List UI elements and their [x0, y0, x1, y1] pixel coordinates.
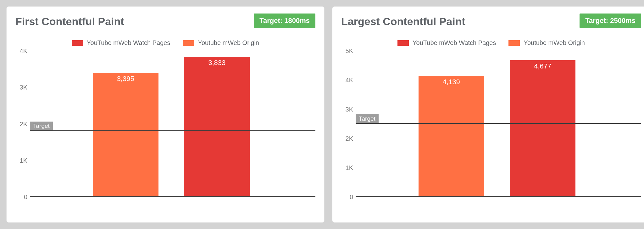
y-tick: 0: [350, 194, 353, 201]
legend: YouTube mWeb Watch Pages Youtube mWeb Or…: [15, 39, 315, 46]
card-header: Largest Contentful Paint Target: 2500ms: [341, 13, 641, 28]
target-tag: Target: [356, 114, 379, 123]
bar-watch: 4,677: [510, 60, 575, 196]
plot-area: 0 1K 2K 3K 4K 5K 4,139 4,677 Target: [341, 51, 641, 197]
bar-value-label: 4,677: [510, 62, 575, 70]
y-tick: 2K: [346, 135, 353, 142]
y-tick: 1K: [20, 157, 27, 164]
y-tick: 5K: [346, 47, 353, 55]
y-tick: 4K: [346, 77, 353, 84]
bar-watch: 3,833: [184, 57, 250, 196]
target-badge: Target: 2500ms: [580, 14, 641, 28]
legend-swatch-icon: [183, 40, 194, 46]
bar-value-label: 4,139: [419, 78, 484, 86]
y-tick: 2K: [20, 120, 27, 128]
bar-origin: 3,395: [93, 73, 158, 196]
y-tick: 4K: [20, 47, 27, 55]
legend-swatch-icon: [72, 40, 83, 46]
plot-area: 0 1K 2K 3K 4K 3,395 3,833 Target: [15, 51, 315, 197]
bar-origin: 4,139: [419, 76, 484, 196]
bar-value-label: 3,833: [184, 59, 250, 67]
legend-item: YouTube mWeb Watch Pages: [397, 39, 496, 46]
legend-swatch-icon: [397, 40, 409, 46]
plot: 3,395 3,833 Target: [30, 51, 315, 197]
y-tick: 3K: [20, 84, 27, 91]
legend-item: YouTube mWeb Watch Pages: [72, 39, 170, 46]
y-tick: 3K: [346, 106, 353, 113]
legend: YouTube mWeb Watch Pages Youtube mWeb Or…: [341, 39, 641, 46]
chart-card-lcp: Largest Contentful Paint Target: 2500ms …: [332, 6, 644, 223]
card-title: First Contentful Paint: [15, 15, 124, 28]
legend-swatch-icon: [508, 40, 520, 46]
bar-value-label: 3,395: [93, 75, 158, 83]
legend-label: Youtube mWeb Origin: [524, 39, 585, 46]
card-title: Largest Contentful Paint: [341, 15, 465, 28]
chart-card-fcp: First Contentful Paint Target: 1800ms Yo…: [6, 6, 325, 223]
plot: 4,139 4,677 Target: [356, 51, 641, 197]
y-axis: 0 1K 2K 3K 4K 5K: [341, 51, 356, 197]
legend-item: Youtube mWeb Origin: [183, 39, 259, 46]
y-tick: 1K: [346, 164, 353, 172]
target-badge: Target: 1800ms: [254, 14, 315, 28]
legend-item: Youtube mWeb Origin: [508, 39, 585, 46]
legend-label: YouTube mWeb Watch Pages: [413, 39, 496, 46]
cards-container: First Contentful Paint Target: 1800ms Yo…: [6, 6, 644, 223]
legend-label: Youtube mWeb Origin: [198, 39, 259, 46]
target-line: Target: [30, 130, 315, 131]
target-line: Target: [356, 123, 641, 124]
y-axis: 0 1K 2K 3K 4K: [15, 51, 30, 197]
card-header: First Contentful Paint Target: 1800ms: [15, 13, 315, 28]
target-tag: Target: [30, 122, 53, 130]
legend-label: YouTube mWeb Watch Pages: [87, 39, 170, 46]
y-tick: 0: [24, 194, 27, 201]
